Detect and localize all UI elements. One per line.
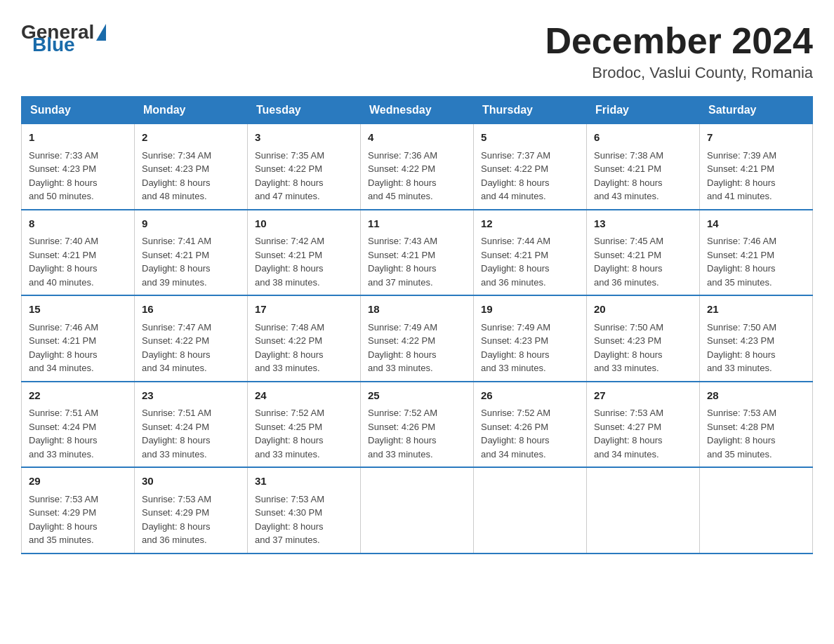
day-sunrise: Sunrise: 7:53 AM [707, 408, 776, 418]
day-number: 21 [707, 302, 805, 318]
day-daylight: Daylight: 8 hours [368, 263, 437, 274]
day-sunset: Sunset: 4:23 PM [142, 163, 209, 174]
day-sunrise: Sunrise: 7:41 AM [142, 236, 211, 246]
day-sunrise: Sunrise: 7:49 AM [368, 322, 437, 333]
day-sunset: Sunset: 4:23 PM [594, 335, 661, 346]
table-row: 14 Sunrise: 7:46 AM Sunset: 4:21 PM Dayl… [700, 210, 813, 296]
day-number: 17 [255, 302, 353, 318]
table-row: 26 Sunrise: 7:52 AM Sunset: 4:26 PM Dayl… [474, 382, 587, 468]
table-row: 13 Sunrise: 7:45 AM Sunset: 4:21 PM Dayl… [587, 210, 700, 296]
day-daylight-cont: and 35 minutes. [707, 277, 772, 288]
day-sunset: Sunset: 4:23 PM [707, 335, 774, 346]
day-sunrise: Sunrise: 7:53 AM [29, 494, 98, 504]
day-number: 27 [594, 388, 692, 404]
day-sunrise: Sunrise: 7:53 AM [142, 494, 211, 504]
day-sunrise: Sunrise: 7:51 AM [29, 408, 98, 418]
table-row: 8 Sunrise: 7:40 AM Sunset: 4:21 PM Dayli… [22, 210, 135, 296]
day-sunset: Sunset: 4:22 PM [255, 335, 322, 346]
day-daylight-cont: and 35 minutes. [29, 535, 94, 545]
table-row [474, 467, 587, 554]
day-daylight-cont: and 33 minutes. [29, 449, 94, 459]
day-sunrise: Sunrise: 7:51 AM [142, 408, 211, 418]
day-number: 8 [29, 216, 127, 232]
day-number: 15 [29, 302, 127, 318]
day-daylight: Daylight: 8 hours [142, 263, 211, 274]
day-number: 4 [368, 130, 466, 146]
table-row: 17 Sunrise: 7:48 AM Sunset: 4:22 PM Dayl… [248, 295, 361, 382]
day-sunset: Sunset: 4:22 PM [368, 335, 435, 346]
day-sunset: Sunset: 4:26 PM [481, 422, 548, 432]
day-daylight-cont: and 41 minutes. [707, 191, 772, 201]
day-daylight-cont: and 34 minutes. [481, 449, 546, 459]
day-daylight-cont: and 33 minutes. [255, 363, 320, 373]
day-number: 29 [29, 474, 127, 490]
day-daylight-cont: and 45 minutes. [368, 191, 433, 201]
day-number: 13 [594, 216, 692, 232]
day-sunset: Sunset: 4:21 PM [29, 250, 96, 260]
day-daylight: Daylight: 8 hours [707, 263, 776, 274]
header-monday: Monday [135, 97, 248, 124]
day-number: 14 [707, 216, 805, 232]
calendar-header-row: Sunday Monday Tuesday Wednesday Thursday… [22, 97, 813, 124]
table-row: 1 Sunrise: 7:33 AM Sunset: 4:23 PM Dayli… [22, 124, 135, 210]
day-daylight: Daylight: 8 hours [142, 521, 211, 532]
table-row: 2 Sunrise: 7:34 AM Sunset: 4:23 PM Dayli… [135, 124, 248, 210]
day-daylight: Daylight: 8 hours [368, 435, 437, 445]
day-sunset: Sunset: 4:23 PM [29, 163, 96, 174]
day-sunset: Sunset: 4:21 PM [255, 250, 322, 260]
day-number: 5 [481, 130, 579, 146]
day-number: 20 [594, 302, 692, 318]
day-sunrise: Sunrise: 7:52 AM [368, 408, 437, 418]
header-saturday: Saturday [700, 97, 813, 124]
day-daylight-cont: and 36 minutes. [142, 535, 207, 545]
day-daylight: Daylight: 8 hours [29, 521, 98, 532]
table-row: 18 Sunrise: 7:49 AM Sunset: 4:22 PM Dayl… [361, 295, 474, 382]
table-row: 27 Sunrise: 7:53 AM Sunset: 4:27 PM Dayl… [587, 382, 700, 468]
day-daylight: Daylight: 8 hours [368, 177, 437, 188]
table-row: 24 Sunrise: 7:52 AM Sunset: 4:25 PM Dayl… [248, 382, 361, 468]
table-row: 28 Sunrise: 7:53 AM Sunset: 4:28 PM Dayl… [700, 382, 813, 468]
day-sunset: Sunset: 4:21 PM [142, 250, 209, 260]
calendar-week-row: 8 Sunrise: 7:40 AM Sunset: 4:21 PM Dayli… [22, 210, 813, 296]
day-sunset: Sunset: 4:23 PM [481, 335, 548, 346]
day-sunset: Sunset: 4:21 PM [707, 250, 774, 260]
day-sunset: Sunset: 4:21 PM [594, 250, 661, 260]
day-daylight-cont: and 34 minutes. [594, 449, 659, 459]
day-sunrise: Sunrise: 7:46 AM [707, 236, 776, 246]
day-daylight: Daylight: 8 hours [255, 435, 324, 445]
day-daylight-cont: and 47 minutes. [255, 191, 320, 201]
table-row: 10 Sunrise: 7:42 AM Sunset: 4:21 PM Dayl… [248, 210, 361, 296]
day-sunrise: Sunrise: 7:45 AM [594, 236, 663, 246]
calendar-week-row: 22 Sunrise: 7:51 AM Sunset: 4:24 PM Dayl… [22, 382, 813, 468]
day-sunset: Sunset: 4:24 PM [29, 422, 96, 432]
location-text: Brodoc, Vaslui County, Romania [545, 64, 813, 82]
table-row: 4 Sunrise: 7:36 AM Sunset: 4:22 PM Dayli… [361, 124, 474, 210]
day-sunrise: Sunrise: 7:35 AM [255, 150, 324, 161]
header-thursday: Thursday [474, 97, 587, 124]
day-daylight-cont: and 44 minutes. [481, 191, 546, 201]
day-sunset: Sunset: 4:22 PM [481, 163, 548, 174]
day-sunrise: Sunrise: 7:52 AM [481, 408, 550, 418]
day-number: 11 [368, 216, 466, 232]
day-daylight-cont: and 50 minutes. [29, 191, 94, 201]
day-sunrise: Sunrise: 7:48 AM [255, 322, 324, 333]
day-number: 3 [255, 130, 353, 146]
day-daylight: Daylight: 8 hours [707, 435, 776, 445]
day-sunrise: Sunrise: 7:50 AM [594, 322, 663, 333]
calendar-table: Sunday Monday Tuesday Wednesday Thursday… [21, 96, 813, 554]
day-sunrise: Sunrise: 7:44 AM [481, 236, 550, 246]
day-daylight: Daylight: 8 hours [255, 521, 324, 532]
table-row: 6 Sunrise: 7:38 AM Sunset: 4:21 PM Dayli… [587, 124, 700, 210]
day-sunset: Sunset: 4:21 PM [481, 250, 548, 260]
day-daylight-cont: and 34 minutes. [29, 363, 94, 373]
day-daylight-cont: and 37 minutes. [368, 277, 433, 288]
header-sunday: Sunday [22, 97, 135, 124]
day-daylight: Daylight: 8 hours [594, 263, 663, 274]
header-friday: Friday [587, 97, 700, 124]
day-daylight-cont: and 36 minutes. [594, 277, 659, 288]
table-row: 19 Sunrise: 7:49 AM Sunset: 4:23 PM Dayl… [474, 295, 587, 382]
day-number: 24 [255, 388, 353, 404]
day-daylight-cont: and 37 minutes. [255, 535, 320, 545]
day-daylight-cont: and 36 minutes. [481, 277, 546, 288]
day-sunrise: Sunrise: 7:50 AM [707, 322, 776, 333]
